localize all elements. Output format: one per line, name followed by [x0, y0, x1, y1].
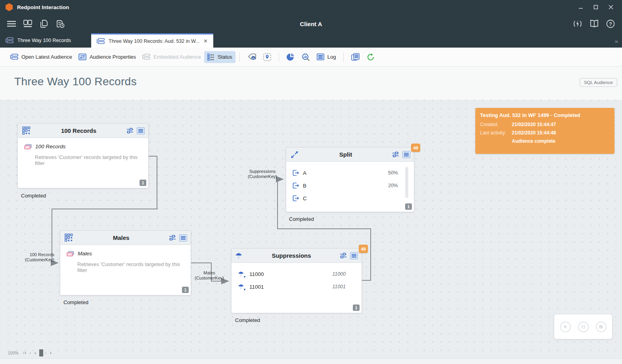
main-menubar: Client A ?	[0, 14, 622, 33]
window-titlebar: Redpoint Interaction	[0, 0, 622, 14]
node-title: Suppressions	[243, 252, 340, 259]
pie-chart-button[interactable]	[283, 51, 298, 63]
edge-label-males: Males(CustomerKey)	[193, 270, 225, 281]
minimize-icon[interactable]	[578, 5, 583, 10]
status-label: Status	[218, 54, 232, 60]
tab-overflow-icon[interactable]: »	[615, 38, 617, 44]
hamburger-menu-icon[interactable]	[6, 18, 17, 30]
audience-toolbar: Open Latest Audience Audience Properties…	[0, 48, 622, 67]
filter-cards-icon	[24, 144, 32, 149]
zoom-tick	[25, 352, 26, 354]
workflow-canvas[interactable]: 100 Records(CustomerKey) Males(CustomerK…	[0, 100, 622, 364]
audience-icon	[10, 54, 18, 60]
refresh-button[interactable]	[363, 51, 378, 63]
node-settings-icon[interactable]	[392, 151, 399, 157]
zoom-tick	[35, 352, 36, 354]
properties-icon	[78, 54, 86, 60]
horizontal-scrollbar[interactable]	[0, 358, 622, 364]
split-row-c[interactable]: C	[293, 192, 398, 205]
count-badge: 1	[353, 305, 360, 311]
last-activity-value: 21/02/2020 15:44:48	[512, 130, 556, 136]
svg-text:?: ?	[609, 21, 612, 27]
workflows-icon[interactable]	[22, 18, 34, 30]
suppression-row-11000[interactable]: ☂▼ 11000 11000	[238, 268, 346, 280]
copy-layout-button[interactable]	[348, 51, 363, 63]
tab-three-way-100-records[interactable]: Three Way 100 Records	[0, 33, 91, 48]
split-row-a[interactable]: A 50%	[293, 167, 398, 179]
zoom-control[interactable]: 100%	[8, 349, 52, 357]
node-header[interactable]: ☂ Suppressions	[232, 249, 362, 263]
node-males[interactable]: Males Males Retrieves 'Customer' records…	[60, 230, 191, 295]
zoom-tick	[46, 352, 46, 354]
embedded-audience-label: Embedded Audience	[153, 54, 201, 60]
split-row-b[interactable]: B 20%	[293, 179, 398, 192]
filter-node-icon	[64, 234, 73, 242]
status-toggle-button[interactable]: Status	[204, 51, 235, 63]
node-split[interactable]: 49 Split A 50%	[286, 147, 414, 212]
created-value: 21/02/2020 15:44:47	[512, 122, 556, 127]
node-scrollbar[interactable]	[405, 167, 408, 198]
tab-close-icon[interactable]: ✕	[203, 38, 208, 44]
stop-button[interactable]	[596, 322, 607, 332]
documents-icon[interactable]	[38, 18, 50, 30]
node-settings-icon[interactable]	[169, 235, 176, 241]
tab-three-way-100-records-audience[interactable]: Three Way 100 Records: Aud. 532 in W... …	[91, 33, 213, 48]
node-settings-icon[interactable]	[126, 128, 134, 134]
audience-properties-label: Audience Properties	[90, 54, 136, 60]
node-header[interactable]: Split	[286, 148, 414, 162]
audience-properties-button[interactable]: Audience Properties	[75, 51, 139, 63]
count-badge: 1	[405, 203, 412, 210]
filter-cards-icon	[67, 251, 74, 257]
node-100-records[interactable]: 100 Records 100 Records Retrieves 'Custo…	[17, 123, 149, 188]
zoom-tick	[23, 352, 24, 354]
filter-name: Males	[78, 251, 92, 257]
audience-icon	[142, 54, 150, 60]
node-log-icon[interactable]	[179, 234, 187, 241]
toolbar-divider	[239, 52, 240, 62]
help-icon[interactable]: ?	[606, 19, 615, 28]
node-settings-icon[interactable]	[340, 253, 347, 259]
document-tabbar: Three Way 100 Records Three Way 100 Reco…	[0, 33, 622, 48]
node-log-icon[interactable]	[137, 127, 145, 134]
zoom-slider-handle[interactable]	[39, 349, 43, 356]
sql-audience-badge: SQL Audience	[580, 78, 617, 87]
pause-button[interactable]	[578, 322, 589, 332]
node-title: 100 Records	[31, 127, 126, 134]
edge-label-100-records: 100 Records(CustomerKey)	[22, 252, 54, 262]
audience-icon	[97, 38, 105, 44]
output-icon	[293, 170, 299, 176]
node-header[interactable]: Males	[60, 231, 191, 245]
output-icon	[293, 182, 299, 189]
filter-node-icon	[21, 126, 31, 135]
page-header: Three Way 100 Records SQL Audience	[0, 67, 622, 100]
log-label: Log	[327, 54, 336, 60]
tab-label: Three Way 100 Records	[17, 38, 86, 43]
play-button[interactable]	[560, 322, 571, 332]
page-title: Three Way 100 Records	[14, 75, 137, 88]
zoom-level: 100%	[8, 351, 19, 355]
node-log-icon[interactable]	[402, 151, 410, 158]
suppression-row-11001[interactable]: ☂▼ 11001 11001	[238, 280, 346, 293]
offer-tag-button[interactable]	[244, 51, 260, 63]
open-latest-audience-button[interactable]: Open Latest Audience	[7, 51, 75, 63]
node-header[interactable]: 100 Records	[18, 124, 148, 138]
maximize-icon[interactable]	[593, 5, 598, 10]
close-icon[interactable]	[609, 5, 613, 10]
integration-icon[interactable]	[573, 19, 582, 28]
suppression-filter-icon: ☂▼	[238, 270, 246, 278]
toolbar-divider	[279, 52, 279, 62]
node-status-males: Completed	[63, 299, 88, 305]
node-status-suppressions: Completed	[235, 317, 260, 323]
node-title: Split	[299, 151, 392, 158]
node-status-100-records: Completed	[21, 193, 46, 199]
node-suppressions[interactable]: 49 ☂ Suppressions ☂▼ 11000 11000	[231, 248, 362, 313]
zone-pin-button[interactable]	[260, 51, 275, 63]
log-button[interactable]: Log	[314, 51, 339, 63]
log-icon	[317, 54, 324, 60]
analyze-search-button[interactable]	[298, 51, 314, 63]
audience-status-title: Testing Aud. 532 in WF 1499 - Completed	[480, 112, 610, 118]
documentation-book-icon[interactable]	[589, 20, 599, 28]
output-icon	[293, 195, 299, 201]
node-log-icon[interactable]	[350, 252, 358, 259]
scheduled-document-icon[interactable]	[54, 18, 66, 30]
